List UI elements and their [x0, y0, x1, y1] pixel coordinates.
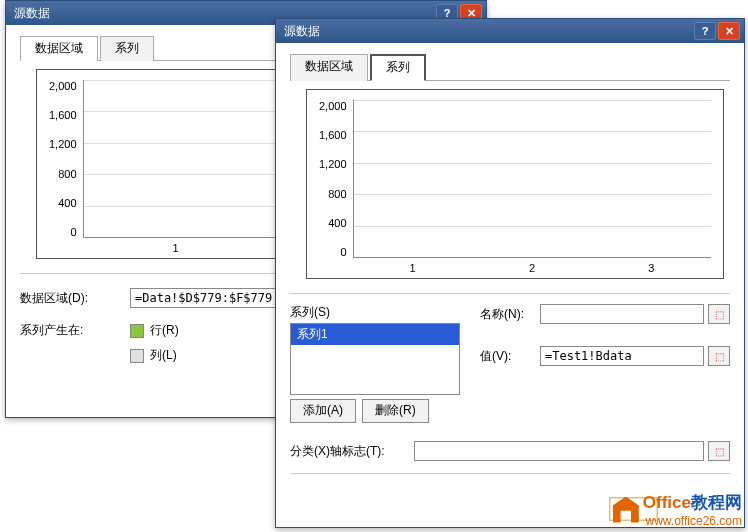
swatch-icon [130, 324, 144, 338]
remove-button[interactable]: 删除(R) [362, 399, 429, 423]
series-label: 系列(S) [290, 304, 460, 321]
chart-plot-area [353, 100, 711, 258]
radio-columns[interactable]: 列(L) [130, 347, 179, 364]
tab-series[interactable]: 系列 [100, 36, 154, 61]
chart-x-tick: 1 [353, 262, 472, 274]
titlebar[interactable]: 源数据 ? ✕ [276, 19, 744, 43]
tab-data-range[interactable]: 数据区域 [290, 54, 368, 81]
chart-x-tick: 3 [592, 262, 711, 274]
list-item[interactable]: 系列1 [291, 324, 459, 345]
series-in-label: 系列产生在: [20, 322, 130, 339]
radio-rows[interactable]: 行(R) [130, 322, 179, 339]
chart-y-axis: 2,000 1,600 1,200 800 400 0 [49, 80, 83, 238]
category-labels-label: 分类(X)轴标志(T): [290, 443, 414, 460]
name-label: 名称(N): [480, 306, 540, 323]
source-data-dialog-2: 源数据 ? ✕ 数据区域 系列 2,000 1,600 1,200 800 40… [275, 18, 745, 528]
data-range-label: 数据区域(D): [20, 290, 130, 307]
tabstrip: 数据区域 系列 [290, 53, 730, 81]
chart-preview: 2,000 1,600 1,200 800 400 0 [306, 89, 724, 279]
range-picker-icon[interactable]: ⬚ [708, 441, 730, 461]
range-picker-icon[interactable]: ⬚ [708, 346, 730, 366]
value-input[interactable] [540, 346, 704, 366]
tab-data-range[interactable]: 数据区域 [20, 36, 98, 61]
swatch-icon [130, 349, 144, 363]
help-button[interactable]: ? [694, 22, 716, 40]
name-input[interactable] [540, 304, 704, 324]
value-label: 值(V): [480, 348, 540, 365]
chart-x-tick: 1 [83, 242, 268, 254]
chart-x-tick: 2 [472, 262, 591, 274]
category-labels-input[interactable] [414, 441, 704, 461]
watermark: Office教程网 www.office26.com [613, 491, 742, 528]
close-button[interactable]: ✕ [718, 22, 740, 40]
chart-y-axis: 2,000 1,600 1,200 800 400 0 [319, 100, 353, 258]
dialog-title: 源数据 [284, 23, 692, 40]
logo-icon [613, 497, 639, 523]
range-picker-icon[interactable]: ⬚ [708, 304, 730, 324]
series-listbox[interactable]: 系列1 [290, 323, 460, 395]
tab-series[interactable]: 系列 [370, 54, 426, 81]
series-panel: 系列(S) 系列1 添加(A) 删除(R) [290, 304, 460, 423]
add-button[interactable]: 添加(A) [290, 399, 356, 423]
